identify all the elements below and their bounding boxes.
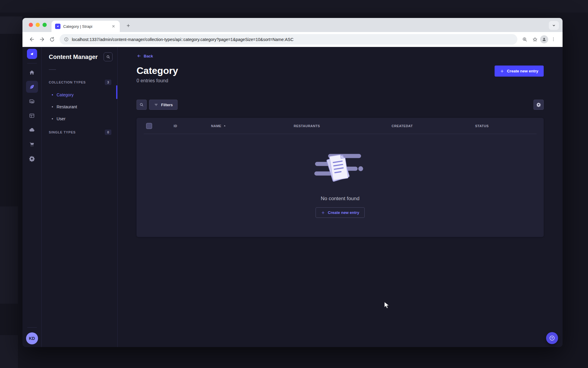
back-link[interactable]: Back — [137, 54, 153, 58]
filter-row: Filters — [137, 100, 544, 110]
empty-state: No content found Create new entry — [137, 134, 544, 237]
single-types-header: SINGLE TYPES 0 — [42, 130, 117, 135]
empty-state-message: No content found — [321, 196, 359, 201]
desktop-background-patch — [0, 16, 22, 34]
page-header: Category 0 entries found Create new entr… — [137, 65, 544, 83]
content-type-builder-icon[interactable] — [26, 110, 38, 121]
column-header-name[interactable]: NAME — [211, 124, 294, 128]
create-new-entry-button[interactable]: Create new entry — [495, 66, 544, 77]
entries-table: ID NAME RESTAURANTS CREATEDAT STATUS — [137, 118, 544, 237]
minimize-window-button[interactable] — [36, 23, 40, 27]
back-navigation-icon[interactable] — [27, 34, 37, 45]
plus-icon — [321, 211, 325, 215]
sidebar-item-restaurant[interactable]: Restaurant — [42, 101, 117, 113]
marketplace-cart-icon[interactable] — [26, 138, 38, 150]
window-controls — [29, 23, 47, 27]
help-button[interactable]: ? — [546, 332, 558, 344]
forward-navigation-icon[interactable] — [37, 34, 47, 45]
new-tab-button[interactable] — [124, 22, 132, 29]
browser-tab[interactable]: Category | Strapi — [51, 21, 120, 32]
site-info-icon[interactable] — [64, 37, 69, 42]
media-library-icon[interactable] — [26, 95, 38, 107]
column-header-status[interactable]: STATUS — [475, 124, 544, 128]
subnav-search-button[interactable] — [104, 52, 113, 61]
plus-icon — [500, 69, 504, 73]
single-types-label: SINGLE TYPES — [49, 130, 76, 134]
table-header-row: ID NAME RESTAURANTS CREATEDAT STATUS — [137, 118, 544, 134]
subnav-scrollbar-thumb[interactable] — [116, 85, 117, 99]
tab-title: Category | Strapi — [63, 24, 111, 29]
search-icon — [139, 102, 144, 107]
rail-divider — [27, 327, 37, 328]
filters-button[interactable]: Filters — [149, 100, 178, 110]
column-header-id[interactable]: ID — [174, 124, 211, 128]
entries-count: 0 entries found — [137, 78, 178, 83]
main-nav-rail: KD — [22, 47, 42, 347]
strapi-logo[interactable] — [27, 49, 37, 59]
sidebar-item-label: User — [57, 116, 66, 121]
url-text[interactable]: localhost:1337/admin/content-manager/col… — [72, 37, 293, 42]
back-arrow-icon — [137, 54, 141, 58]
tab-close-icon[interactable] — [111, 24, 116, 29]
desktop: { "colors": { "accent": "#4945ff", "acce… — [0, 0, 588, 368]
sort-ascending-icon — [223, 124, 226, 127]
search-button[interactable] — [137, 100, 147, 110]
zoom-page-icon[interactable] — [520, 34, 530, 45]
svg-text:?: ? — [551, 336, 553, 340]
page-title: Category — [137, 65, 178, 76]
strapi-favicon — [55, 24, 60, 29]
filters-label: Filters — [161, 103, 173, 107]
browser-tab-strip: Category | Strapi — [22, 18, 563, 32]
reload-icon[interactable] — [47, 34, 57, 45]
cloud-icon[interactable] — [26, 124, 38, 136]
column-header-restaurants[interactable]: RESTAURANTS — [294, 124, 392, 128]
filter-icon — [154, 103, 158, 107]
zoom-window-button[interactable] — [43, 23, 47, 27]
subnav-divider — [49, 69, 56, 70]
tab-search-button[interactable] — [549, 21, 559, 30]
bookmark-star-icon[interactable] — [530, 34, 540, 45]
browser-toolbar: localhost:1337/admin/content-manager/col… — [22, 32, 563, 47]
collection-types-header: COLLECTION TYPES 3 — [42, 80, 117, 85]
rail-divider — [27, 63, 37, 63]
select-all-checkbox[interactable] — [146, 123, 152, 129]
single-types-count-badge: 0 — [105, 130, 111, 135]
desktop-background-patch — [0, 206, 18, 304]
view-settings-button[interactable] — [534, 100, 544, 110]
empty-create-entry-label: Create new entry — [328, 210, 359, 215]
content-manager-icon[interactable] — [26, 81, 38, 93]
desktop-background-strip — [0, 0, 588, 13]
collection-types-count-badge: 3 — [105, 80, 111, 85]
collection-types-label: COLLECTION TYPES — [49, 80, 86, 84]
subnav-title: Content Manager — [49, 53, 98, 61]
close-window-button[interactable] — [29, 23, 33, 27]
sidebar-item-label: Restaurant — [57, 104, 77, 109]
gear-icon — [536, 102, 541, 107]
question-mark-icon: ? — [549, 335, 555, 341]
sidebar-item-user[interactable]: User — [42, 113, 117, 125]
empty-create-entry-button[interactable]: Create new entry — [316, 207, 365, 218]
bullet-icon — [52, 106, 53, 107]
content-manager-subnav: Content Manager COLLECTION TYPES 3 Categ… — [42, 47, 118, 347]
settings-gear-icon[interactable] — [26, 153, 38, 165]
collection-types-list: Category Restaurant User — [42, 89, 117, 125]
column-header-createdat[interactable]: CREATEDAT — [392, 124, 475, 128]
strapi-app: KD Content Manager COLLECTION TYPES 3 — [22, 47, 563, 347]
browser-menu-icon[interactable] — [548, 34, 558, 45]
url-bar[interactable]: localhost:1337/admin/content-manager/col… — [60, 34, 517, 45]
rail-bottom: KD — [22, 327, 41, 347]
main-content: Back Category 0 entries found Create new… — [118, 47, 563, 347]
desktop-background-patch — [0, 335, 18, 368]
bullet-icon — [52, 118, 53, 119]
sidebar-item-label: Category — [57, 92, 74, 97]
user-avatar[interactable]: KD — [26, 332, 38, 344]
browser-profile-icon[interactable] — [540, 35, 548, 43]
bullet-icon — [52, 94, 53, 95]
create-new-entry-label: Create new entry — [507, 69, 538, 73]
sidebar-item-category[interactable]: Category — [42, 89, 117, 101]
browser-window: Category | Strapi — [22, 18, 563, 347]
no-content-illustration — [314, 151, 366, 187]
back-label: Back — [144, 54, 153, 58]
home-icon[interactable] — [26, 66, 38, 78]
